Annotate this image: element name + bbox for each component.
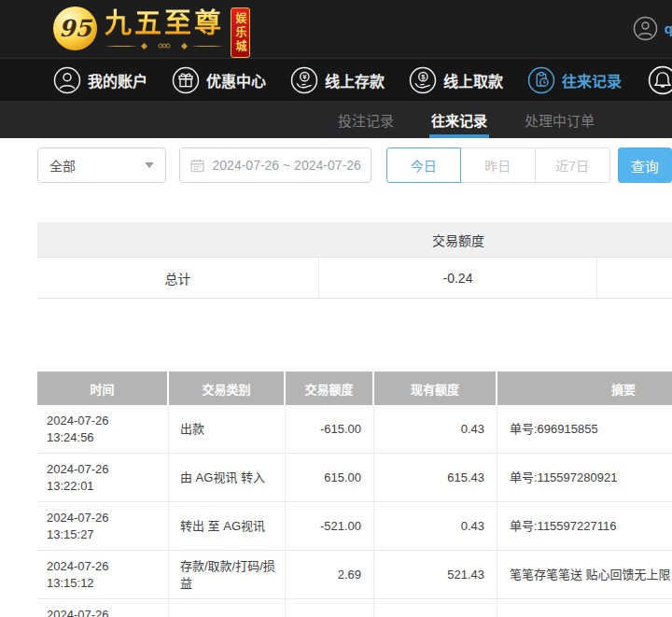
nav-item-online-deposit[interactable]: ¥ 线上存款 <box>290 66 385 94</box>
logo-emblem-text: 95 <box>59 15 91 42</box>
cell-category: 转出 至 AG视讯 <box>169 502 286 550</box>
gift-icon <box>172 66 200 94</box>
cell-summary: 单号:696915855 <box>497 405 672 453</box>
records-header-row: 时间 交易类别 交易额度 现有额度 摘要 <box>37 372 672 405</box>
notifications-button[interactable] <box>648 65 672 95</box>
app-window: 95 九五至尊 娱乐城 qb <box>0 0 672 617</box>
summary-header-amount: 交易额度 <box>319 222 597 257</box>
summary-table: 交易额度 总计 -0.24 <box>37 222 672 299</box>
quick-date-buttons: 今日 昨日 近7日 <box>386 147 610 183</box>
user-account[interactable]: qb <box>633 16 672 41</box>
table-row: 2024-07-26 13:15:12 存款/取款/打码/损益 2.69 521… <box>37 551 672 599</box>
infinity-scroll-icon <box>152 41 176 50</box>
logo-title-block: 九五至尊 <box>105 5 224 51</box>
calendar-icon <box>189 158 205 174</box>
records-table: 时间 交易类别 交易额度 现有额度 摘要 2024-07-26 13:24:56… <box>37 372 672 617</box>
summary-total-row: 总计 -0.24 <box>37 258 672 299</box>
cell-balance: 0.43 <box>374 502 497 550</box>
cell-amount: 500.00 <box>286 599 374 617</box>
summary-total-value: -0.24 <box>319 258 597 298</box>
nav-item-my-account[interactable]: 我的账户 <box>53 66 147 94</box>
nav-label: 往来记录 <box>562 69 622 91</box>
cell-amount: 615.00 <box>286 454 374 501</box>
nav-label: 线上存款 <box>325 69 385 91</box>
sub-nav: 投注记录 往来记录 处理中订单 <box>0 101 672 138</box>
cell-time: 2024-07-26 13:22:01 <box>37 454 169 501</box>
summary-total-label: 总计 <box>37 258 319 298</box>
search-button-label: 查询 <box>631 156 659 175</box>
table-row: 2024-07-26 13:15:27 转出 至 AG视讯 -521.00 0.… <box>37 502 672 551</box>
cell-amount: -615.00 <box>286 405 374 453</box>
summary-total-empty <box>597 258 672 298</box>
nav-item-online-withdraw[interactable]: $ 线上取款 <box>409 66 503 94</box>
yesterday-button-label: 昨日 <box>484 156 511 175</box>
summary-header-row: 交易额度 <box>37 222 672 258</box>
subtab-label: 往来记录 <box>431 110 487 130</box>
nav-label: 我的账户 <box>88 69 147 91</box>
cell-summary: 单号:202407273681683246 <box>497 599 672 617</box>
cell-category: 由 AG视讯 转入 <box>169 454 286 501</box>
logo-casino-badge: 娱乐城 <box>231 7 250 58</box>
bell-icon <box>648 65 672 95</box>
main-nav: 我的账户 优惠中心 ¥ 线上存款 <box>0 58 672 101</box>
nav-item-transaction-records[interactable]: 往来记录 <box>527 66 622 94</box>
tab-betting-records[interactable]: 投注记录 <box>338 101 394 138</box>
cell-time: 2024-07-26 13:15:27 <box>37 502 169 550</box>
table-row: 2024-07-26 13:24:56 出款 -615.00 0.43 单号:6… <box>37 405 672 454</box>
summary-header-empty2 <box>597 222 672 257</box>
today-button[interactable]: 今日 <box>386 147 461 183</box>
type-select-value: 全部 <box>49 156 76 175</box>
cell-summary: 单号:115597280921 <box>497 454 672 501</box>
table-row: 2024-07-26 13:15:01 CGPAY支付 500.00 518.7… <box>37 599 672 617</box>
type-select[interactable]: 全部 <box>37 147 166 183</box>
user-circle-icon <box>53 66 81 94</box>
cell-amount: -521.00 <box>286 502 374 550</box>
cell-balance: 0.43 <box>374 405 497 453</box>
nav-label: 线上取款 <box>443 69 503 91</box>
deposit-hand-coin-icon: ¥ <box>290 66 318 94</box>
cell-category: CGPAY支付 <box>169 599 286 617</box>
cell-time: 2024-07-26 13:24:56 <box>37 405 169 453</box>
cell-balance: 518.74 <box>374 599 497 617</box>
tab-transaction-records[interactable]: 往来记录 <box>431 101 487 138</box>
svg-text:$: $ <box>421 72 426 80</box>
user-avatar-icon <box>633 16 658 41</box>
filter-bar: 全部 2024-07-26 ~ 2024-07-26 今日 昨日 <box>37 147 672 183</box>
svg-text:¥: ¥ <box>302 72 307 80</box>
cell-balance: 521.43 <box>374 551 497 598</box>
nav-item-promotions[interactable]: 优惠中心 <box>172 66 266 94</box>
subtab-label: 处理中订单 <box>525 110 595 130</box>
last7days-button[interactable]: 近7日 <box>536 147 610 183</box>
username-text: qb <box>665 21 672 36</box>
today-button-label: 今日 <box>411 156 437 175</box>
date-range-value: 2024-07-26 ~ 2024-07-26 <box>213 158 361 173</box>
cell-summary: 笔笔存笔笔送 贴心回馈无上限 <box>497 551 672 598</box>
tab-processing-orders[interactable]: 处理中订单 <box>525 101 595 138</box>
last7days-button-label: 近7日 <box>555 156 589 175</box>
col-header-category: 交易类别 <box>169 372 286 405</box>
sub-nav-tabs: 投注记录 往来记录 处理中订单 <box>338 101 595 138</box>
chevron-down-icon <box>145 162 154 168</box>
top-header: 95 九五至尊 娱乐城 qb <box>0 0 672 58</box>
search-button[interactable]: 查询 <box>618 147 672 183</box>
withdraw-hand-coin-icon: $ <box>409 66 437 94</box>
logo-95-emblem: 95 <box>53 7 97 50</box>
summary-header-empty <box>37 222 319 257</box>
cell-category: 存款/取款/打码/损益 <box>169 551 286 598</box>
date-range-input[interactable]: 2024-07-26 ~ 2024-07-26 <box>179 147 371 183</box>
subtab-label: 投注记录 <box>338 110 394 130</box>
cell-balance: 615.43 <box>374 454 497 501</box>
active-tab-underline <box>429 134 489 138</box>
cell-amount: 2.69 <box>286 551 374 598</box>
records-clipboard-clock-icon <box>527 66 555 94</box>
yesterday-button[interactable]: 昨日 <box>461 147 536 183</box>
logo-title: 九五至尊 <box>105 5 224 42</box>
col-header-balance: 现有额度 <box>374 372 497 405</box>
cell-summary: 单号:115597227116 <box>497 502 672 550</box>
cell-time: 2024-07-26 13:15:01 <box>37 599 169 617</box>
cell-category: 出款 <box>169 405 286 453</box>
cell-time: 2024-07-26 13:15:12 <box>37 551 169 598</box>
nav-label: 优惠中心 <box>206 69 266 91</box>
col-header-time: 时间 <box>37 372 169 405</box>
site-logo[interactable]: 95 九五至尊 娱乐城 <box>53 5 250 58</box>
